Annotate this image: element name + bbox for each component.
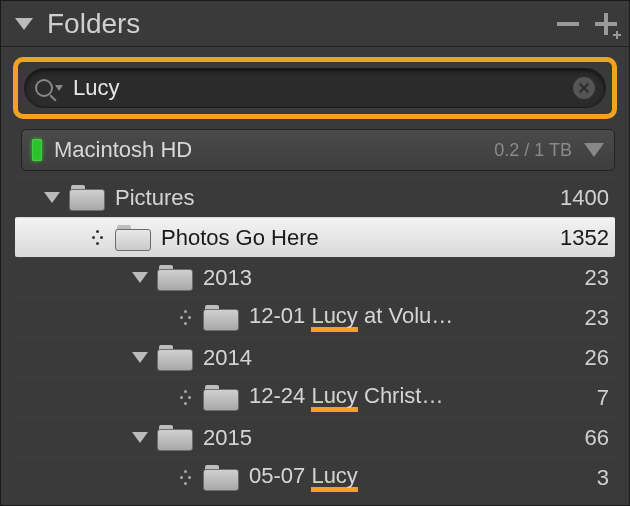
folder-search-field[interactable]: Lucy xyxy=(24,68,606,108)
folder-row-2014[interactable]: 2014 26 xyxy=(15,337,615,377)
volume-name: Macintosh HD xyxy=(54,137,494,163)
disclosure-icon[interactable] xyxy=(127,352,153,363)
folder-label: 12-01 Lucy at Volu… xyxy=(249,303,575,332)
remove-folder-icon[interactable] xyxy=(557,22,579,26)
disclosure-icon[interactable] xyxy=(127,272,153,283)
folder-count: 3 xyxy=(587,465,615,491)
panel-title: Folders xyxy=(47,8,557,40)
folder-count: 1400 xyxy=(550,185,615,211)
folder-count: 1352 xyxy=(550,225,615,251)
folder-icon xyxy=(115,225,151,251)
folder-tree: Pictures 1400 Photos Go Here 1352 2013 2… xyxy=(15,177,615,497)
folder-icon xyxy=(157,345,193,371)
folder-row-2015[interactable]: 2015 66 xyxy=(15,417,615,457)
folder-label: Pictures xyxy=(115,185,550,211)
folder-label: 12-24 Lucy Christ… xyxy=(249,383,587,412)
panel-disclosure-icon[interactable] xyxy=(15,18,33,30)
volume-menu-icon[interactable] xyxy=(584,143,604,157)
search-highlight-box: Lucy xyxy=(13,57,617,119)
folder-icon xyxy=(157,265,193,291)
folder-label: 05-07 Lucy xyxy=(249,463,587,492)
add-folder-icon[interactable] xyxy=(595,13,617,35)
folder-count: 23 xyxy=(575,305,615,331)
folder-count: 66 xyxy=(575,425,615,451)
search-hit: Lucy xyxy=(311,305,357,332)
folder-label: 2013 xyxy=(203,265,575,291)
folder-label: 2015 xyxy=(203,425,575,451)
folder-row-photos-go-here[interactable]: Photos Go Here 1352 xyxy=(15,217,615,257)
folder-icon xyxy=(69,185,105,211)
folder-row-pictures[interactable]: Pictures 1400 xyxy=(15,177,615,217)
folder-row-2015-lucy[interactable]: 05-07 Lucy 3 xyxy=(15,457,615,497)
disclosure-icon[interactable] xyxy=(39,192,65,203)
folder-label: 2014 xyxy=(203,345,575,371)
search-input[interactable]: Lucy xyxy=(73,75,573,101)
disclosure-icon[interactable] xyxy=(127,432,153,443)
disclosure-icon[interactable] xyxy=(173,310,199,326)
search-icon[interactable] xyxy=(35,79,63,97)
folder-icon xyxy=(203,385,239,411)
search-hit: Lucy xyxy=(311,385,357,412)
folder-row-2013[interactable]: 2013 23 xyxy=(15,257,615,297)
folder-icon xyxy=(157,425,193,451)
folder-icon xyxy=(203,465,239,491)
folder-count: 23 xyxy=(575,265,615,291)
disclosure-icon[interactable] xyxy=(173,470,199,486)
volume-capacity: 0.2 / 1 TB xyxy=(494,140,572,161)
folder-row-2013-lucy[interactable]: 12-01 Lucy at Volu… 23 xyxy=(15,297,615,337)
panel-header: Folders xyxy=(1,1,629,47)
folder-row-2014-lucy[interactable]: 12-24 Lucy Christ… 7 xyxy=(15,377,615,417)
folders-panel: Folders Lucy Macintosh HD 0.2 / 1 TB Pic… xyxy=(0,0,630,506)
volume-status-icon xyxy=(32,139,42,161)
volume-bar[interactable]: Macintosh HD 0.2 / 1 TB xyxy=(21,129,615,171)
folder-count: 26 xyxy=(575,345,615,371)
folder-icon xyxy=(203,305,239,331)
clear-search-icon[interactable] xyxy=(573,77,595,99)
disclosure-icon[interactable] xyxy=(85,230,111,246)
disclosure-icon[interactable] xyxy=(173,390,199,406)
search-hit: Lucy xyxy=(311,465,357,492)
folder-count: 7 xyxy=(587,385,615,411)
folder-label: Photos Go Here xyxy=(161,225,550,251)
